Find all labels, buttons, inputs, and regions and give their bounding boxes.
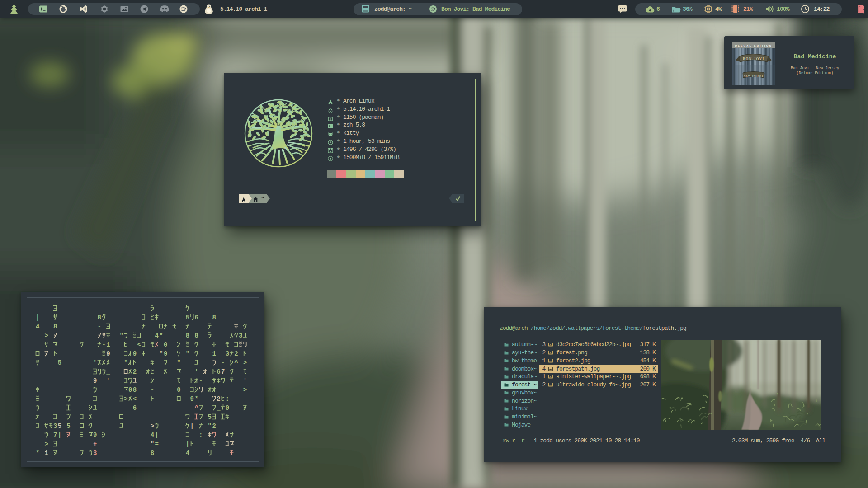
svg-text:DELUXE EDITION: DELUXE EDITION [735, 44, 773, 47]
svg-text:": " [124, 359, 127, 366]
svg-text:9: 9 [164, 350, 167, 357]
svg-text:>: > [124, 395, 127, 403]
svg-text:8: 8 [98, 314, 101, 321]
svg-text:8: 8 [186, 332, 189, 339]
svg-text:8: 8 [53, 323, 57, 330]
svg-text:5: 5 [66, 422, 70, 430]
svg-text:9: 9 [133, 350, 137, 357]
svg-text:|: | [58, 432, 61, 439]
svg-text:4: 4 [155, 332, 159, 339]
svg-text:7: 7 [221, 368, 225, 375]
svg-text:6: 6 [194, 314, 198, 321]
svg-text:_: _ [216, 404, 221, 412]
svg-text:|: | [155, 432, 159, 439]
svg-text:-: - [151, 386, 154, 394]
svg-text:9: 9 [106, 350, 110, 357]
svg-text:6: 6 [133, 404, 137, 412]
svg-text:0: 0 [128, 386, 132, 394]
svg-text:NEW JERSEY: NEW JERSEY [744, 74, 764, 77]
svg-text:": " [159, 350, 163, 357]
svg-text:3: 3 [53, 422, 57, 430]
svg-text:>: > [151, 422, 154, 430]
svg-text:*: * [36, 450, 39, 457]
svg-text:-: - [199, 377, 203, 385]
svg-text:4: 4 [151, 432, 154, 439]
svg-text:<: < [133, 395, 137, 403]
svg-text:0: 0 [226, 404, 229, 412]
svg-text:5: 5 [58, 422, 61, 430]
svg-text:0: 0 [177, 386, 180, 394]
svg-text:>: > [243, 359, 247, 366]
svg-text:': ' [194, 368, 198, 375]
svg-text:-: - [102, 341, 105, 348]
svg-text:-: - [221, 359, 225, 366]
svg-text:1: 1 [45, 450, 48, 457]
svg-text:6: 6 [217, 368, 220, 375]
svg-text:": " [119, 332, 123, 339]
svg-text:9: 9 [190, 395, 194, 403]
svg-text:2: 2 [217, 395, 220, 403]
svg-text:8: 8 [133, 386, 137, 394]
svg-text:2: 2 [234, 350, 238, 357]
svg-text::: : [226, 395, 229, 403]
svg-text:2: 2 [133, 368, 137, 375]
svg-text:_: _ [106, 368, 110, 375]
svg-text:": " [177, 359, 180, 366]
svg-text:8: 8 [212, 314, 216, 321]
svg-text:1: 1 [212, 350, 216, 357]
svg-text:4: 4 [186, 450, 189, 457]
svg-text:=: = [155, 441, 159, 448]
svg-text:': ' [93, 359, 97, 366]
svg-text:2: 2 [212, 422, 216, 430]
svg-text::: : [199, 432, 203, 439]
svg-text:4: 4 [36, 323, 39, 330]
svg-text:*: * [194, 395, 198, 403]
svg-text:9: 9 [93, 377, 97, 385]
svg-text:3: 3 [226, 350, 229, 357]
svg-text:8: 8 [151, 450, 154, 457]
svg-text:5: 5 [186, 314, 189, 321]
svg-text:>: > [45, 332, 48, 339]
svg-text:*: * [159, 332, 163, 339]
svg-text:": " [186, 350, 189, 357]
svg-text:": " [208, 422, 212, 430]
svg-text:^: ^ [194, 404, 198, 412]
svg-text:+: + [93, 441, 97, 448]
svg-text:<: < [137, 341, 141, 348]
svg-text:_: _ [155, 323, 159, 330]
svg-text:7: 7 [53, 432, 57, 439]
svg-text:": " [151, 441, 154, 448]
svg-text:-: - [80, 404, 84, 412]
svg-text:>: > [45, 441, 48, 448]
svg-text:8: 8 [194, 332, 198, 339]
svg-text:5: 5 [208, 413, 212, 421]
svg-text:-: - [98, 323, 101, 330]
svg-text:5: 5 [58, 359, 61, 366]
svg-text:': ' [106, 377, 110, 385]
svg-text:^: ^ [234, 359, 238, 366]
svg-text:3: 3 [93, 450, 97, 457]
svg-text:|: | [190, 422, 194, 430]
svg-text:0: 0 [164, 341, 167, 348]
svg-text:3: 3 [239, 332, 242, 339]
svg-text:BON·JOVI: BON·JOVI [743, 57, 764, 61]
svg-text:|: | [36, 314, 39, 321]
svg-text:9: 9 [93, 432, 97, 439]
svg-text:>: > [243, 386, 247, 394]
svg-text:|: | [186, 441, 189, 448]
svg-text:1: 1 [106, 341, 110, 348]
svg-text:': ' [243, 377, 247, 385]
